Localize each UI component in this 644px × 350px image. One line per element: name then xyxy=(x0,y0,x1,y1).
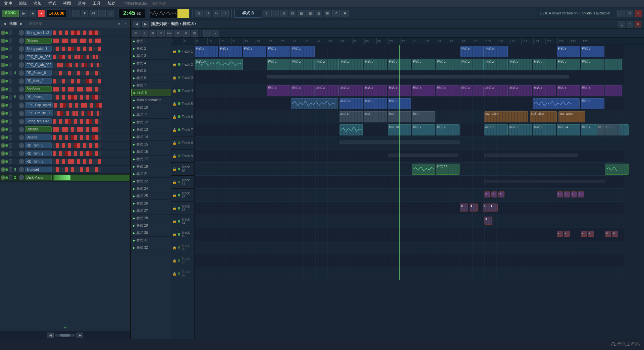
tb-piano-btn[interactable]: ♩ xyxy=(221,10,229,17)
pattern-block[interactable]: 样式 6 xyxy=(267,85,290,96)
ch-mute-0[interactable]: ● xyxy=(1,31,5,35)
ch-solo-2[interactable] xyxy=(9,47,12,51)
pattern-block[interactable]: 样式 7 xyxy=(436,124,460,135)
tb-loop-btn[interactable]: ↺ xyxy=(204,10,211,17)
tb-btn-3[interactable]: 3▼ xyxy=(90,10,97,17)
menu-help[interactable]: 帮助 xyxy=(106,1,117,6)
ch-name-13[interactable]: Double xyxy=(25,134,52,140)
ch-name-9[interactable]: FPC_Pap_ngleII xyxy=(25,102,53,108)
pattern-block[interactable]: 3 xyxy=(571,191,577,197)
ch-mute-8[interactable]: ● xyxy=(1,95,5,100)
ch-knob-9[interactable] xyxy=(19,103,24,108)
pattern-item[interactable]: ▶样式 14 xyxy=(131,133,171,141)
ch-dot-4[interactable] xyxy=(5,64,8,66)
pattern-item[interactable]: ▶样式 1 xyxy=(131,38,171,45)
pattern-block[interactable]: 3 xyxy=(491,191,497,197)
track-row-12[interactable]: 3 3 3 3 3 3 3 xyxy=(195,189,624,202)
ch-solo-8[interactable] xyxy=(9,95,12,100)
pl-tool-erase[interactable]: ⊗ xyxy=(149,30,156,37)
pattern-item[interactable]: ▶样式 4 xyxy=(131,60,171,67)
ch-dot-2[interactable] xyxy=(5,48,8,50)
ch-knob-3[interactable] xyxy=(19,54,24,60)
pattern-block[interactable]: 样式 2 xyxy=(533,59,556,70)
ch-dot-11[interactable] xyxy=(5,120,8,123)
close-btn[interactable]: × xyxy=(635,10,642,17)
ch-knob-15[interactable] xyxy=(19,151,24,156)
pattern-block[interactable]: 样式 1 xyxy=(581,46,604,57)
tb-pat-btn2[interactable]: ↓ xyxy=(271,10,279,17)
ch-dot-14[interactable] xyxy=(5,144,8,147)
ch-dot-15[interactable] xyxy=(5,152,8,155)
pattern-block[interactable]: 样式 5 xyxy=(291,98,338,109)
pattern-block[interactable]: ▮ xyxy=(460,203,468,212)
bpm-display[interactable]: 140.000 xyxy=(46,9,66,17)
pattern-block[interactable]: 样式 2 xyxy=(267,59,290,70)
pattern-block[interactable]: 样式 10 xyxy=(339,124,363,135)
ch-solo-10[interactable] xyxy=(9,111,12,116)
pattern-block[interactable]: 样式 24 xyxy=(557,124,580,135)
ch-name-6[interactable]: RD_Kick_2 xyxy=(25,78,52,84)
cr-routing-btn[interactable]: ≡ xyxy=(117,21,121,26)
pattern-block[interactable]: 3 xyxy=(484,191,490,197)
pattern-block[interactable]: 3 xyxy=(605,231,611,237)
pattern-block[interactable]: 3 xyxy=(557,231,563,237)
add-channel-btn[interactable]: + xyxy=(0,324,130,331)
pattern-block[interactable]: 样式 1 xyxy=(597,124,621,135)
tb-mixer6[interactable]: ⊞ xyxy=(324,10,331,17)
pattern-block[interactable]: 样式 1 xyxy=(243,46,266,57)
track-row-7[interactable]: 样式 10 样式 10 样式 7 样式 7 样式 7 样式 7 样式 7 样式 … xyxy=(195,123,624,136)
pattern-block[interactable]: 样式 7 xyxy=(533,124,556,135)
pattern-block[interactable]: 样式 8 xyxy=(460,46,484,57)
ch-dot-9[interactable] xyxy=(5,104,8,107)
ch-knob-14[interactable] xyxy=(19,143,24,148)
pattern-block[interactable]: 样式 6 xyxy=(412,111,435,122)
ch-mute-2[interactable]: ● xyxy=(1,47,5,51)
pattern-block[interactable]: 3 xyxy=(564,231,570,237)
menu-style[interactable]: 样式 xyxy=(47,1,58,6)
menu-options[interactable]: 选项 xyxy=(76,1,87,6)
play-btn[interactable]: ▶ xyxy=(20,10,28,17)
pattern-item[interactable]: ▶样式 27 xyxy=(131,207,171,215)
pl-tool-select[interactable]: ⊹ xyxy=(141,30,148,37)
cr-next[interactable]: ▶ xyxy=(19,21,24,26)
pattern-block[interactable]: 样式 5 xyxy=(388,98,411,109)
pattern-item[interactable]: ▶样式 29 xyxy=(131,222,171,229)
ch-dot-16[interactable] xyxy=(5,160,8,163)
pl-prev-btn[interactable]: ◀ xyxy=(133,21,140,27)
pattern-block[interactable] xyxy=(605,59,622,70)
ch-name-3[interactable]: FPC_Ri_te_005 xyxy=(25,54,52,60)
ch-solo-11[interactable] xyxy=(9,119,12,124)
pattern-block[interactable]: 样式 4 xyxy=(412,85,435,96)
pattern-block[interactable]: 样式 2 xyxy=(557,59,580,70)
ch-name-10[interactable]: FPC_Cra_ite_05 xyxy=(25,110,53,116)
track-row-18[interactable] xyxy=(195,267,624,280)
pattern-block[interactable]: 样式 6 xyxy=(388,111,411,122)
tb-grid-btn[interactable]: ⊞ xyxy=(195,10,203,17)
pattern-block[interactable]: 样式 4 xyxy=(581,85,604,96)
menu-file[interactable]: 文件 xyxy=(3,1,13,6)
pl-zoom-minus[interactable]: - xyxy=(212,30,219,37)
ch-dot-3[interactable] xyxy=(5,56,8,58)
ch-mute-6[interactable]: ● xyxy=(1,79,5,83)
pl-max-btn[interactable]: □ xyxy=(627,21,633,27)
tb-mixer1[interactable]: ⊟ xyxy=(280,10,287,17)
pl-tool-cut[interactable]: ✂ xyxy=(157,30,165,37)
ch-name-1[interactable]: Distorto xyxy=(25,38,52,44)
ch-name-18[interactable]: Dark Piano xyxy=(25,175,52,180)
ch-name-15[interactable]: RD_Tom_2 xyxy=(25,151,52,156)
ch-knob-17[interactable] xyxy=(19,167,24,172)
pattern-block[interactable]: 3 xyxy=(564,191,570,197)
pattern-item[interactable]: ▶样式 10 xyxy=(131,104,171,111)
song-mode-btn[interactable]: SONG xyxy=(2,10,19,17)
tb-btn-1[interactable]: ↑ xyxy=(72,10,79,17)
pattern-block[interactable]: 样式 2 xyxy=(291,59,315,70)
pl-tool-snap[interactable]: ⊞ xyxy=(191,30,198,37)
tb-mixer5[interactable]: ▧ xyxy=(315,10,322,17)
pl-min-btn[interactable]: _ xyxy=(619,21,625,27)
ch-knob-16[interactable] xyxy=(19,159,24,164)
track-row-14[interactable]: ▮ xyxy=(195,215,624,228)
pattern-item[interactable]: ▶样式 21 xyxy=(131,170,171,178)
pattern-item[interactable]: ▶样式 28 xyxy=(131,215,171,222)
pattern-block[interactable]: 样式 16 xyxy=(533,98,580,109)
pattern-item[interactable]: ▶样式 5 xyxy=(131,67,171,74)
